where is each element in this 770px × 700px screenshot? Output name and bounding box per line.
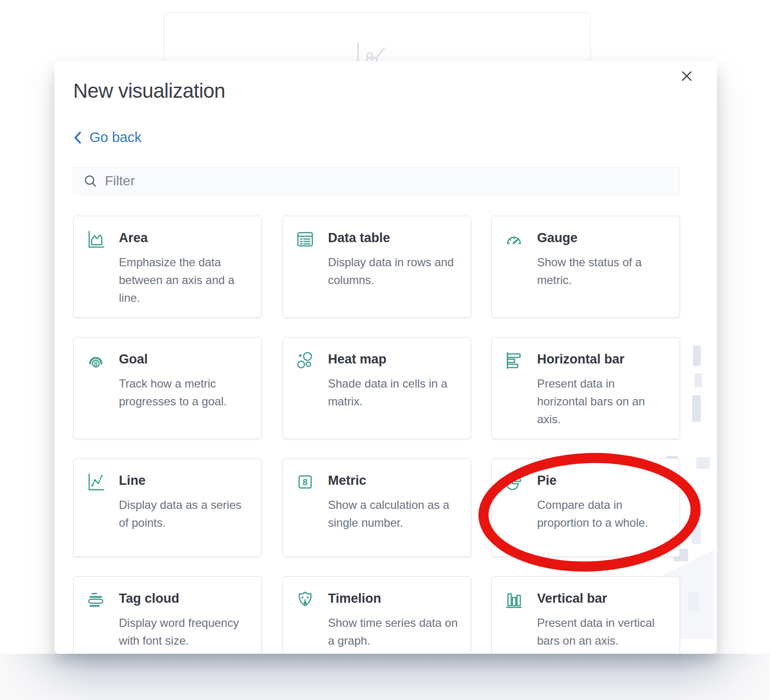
- viz-card-gauge[interactable]: Gauge Show the status of a metric.: [491, 216, 680, 318]
- new-visualization-modal: New visualization Go back: [54, 61, 717, 654]
- card-description: Present data in horizontal bars on an ax…: [537, 375, 667, 428]
- card-description: Emphasize the data between an axis and a…: [119, 253, 249, 307]
- data-table-icon: [295, 230, 315, 251]
- card-title: Pie: [537, 473, 667, 488]
- background-decoration: [694, 373, 702, 388]
- viz-card-goal[interactable]: 8 Goal Track how a metric progresses to …: [73, 337, 262, 439]
- go-back-link[interactable]: Go back: [73, 130, 141, 145]
- filter-input[interactable]: [73, 167, 680, 195]
- viz-card-horizontal-bar[interactable]: Horizontal bar Present data in horizonta…: [491, 337, 680, 439]
- card-title: Heat map: [328, 352, 458, 367]
- vertical-bar-icon: [504, 590, 524, 611]
- close-icon[interactable]: [680, 69, 694, 83]
- card-description: Show a calculation as a single number.: [328, 496, 458, 531]
- viz-card-timelion[interactable]: Timelion Show time series data on a grap…: [282, 576, 471, 654]
- card-description: Shade data in cells in a matrix.: [328, 375, 458, 410]
- card-description: Display data in rows and columns.: [328, 253, 458, 289]
- card-description: Display word frequency with font size.: [119, 614, 249, 649]
- card-title: Gauge: [537, 231, 667, 246]
- card-title: Vertical bar: [537, 591, 667, 606]
- gauge-icon: [504, 230, 524, 251]
- viz-card-pie[interactable]: Pie Compare data in proportion to a whol…: [491, 458, 680, 557]
- svg-text:8: 8: [94, 360, 97, 367]
- svg-text:8: 8: [302, 477, 307, 487]
- card-title: Tag cloud: [119, 591, 249, 606]
- viz-card-line[interactable]: Line Display data as a series of points.: [73, 458, 262, 557]
- horizontal-bar-icon: [504, 351, 524, 372]
- card-description: Compare data in proportion to a whole.: [537, 496, 667, 531]
- card-title: Area: [119, 231, 249, 246]
- card-title: Metric: [328, 473, 458, 488]
- card-title: Goal: [119, 352, 249, 367]
- page-bottom-shade: [0, 654, 770, 700]
- chevron-left-icon: [73, 131, 82, 144]
- card-description: Show time series data on a graph.: [328, 614, 458, 649]
- modal-title: New visualization: [73, 79, 225, 103]
- viz-card-tag-cloud[interactable]: Tag cloud Display word frequency with fo…: [73, 576, 262, 654]
- line-chart-icon: [86, 472, 105, 493]
- card-description: Track how a metric progresses to a goal.: [119, 375, 249, 410]
- filter-field: [73, 167, 680, 195]
- viz-card-metric[interactable]: 8 Metric Show a calculation as a single …: [282, 458, 471, 557]
- metric-icon: 8: [295, 472, 315, 493]
- heat-map-icon: [295, 351, 315, 372]
- viz-card-data-table[interactable]: Data table Display data in rows and colu…: [282, 216, 471, 318]
- background-decoration: [692, 525, 701, 544]
- viz-card-area[interactable]: Area Emphasize the data between an axis …: [73, 216, 262, 318]
- background-decoration: [696, 457, 710, 469]
- card-title: Data table: [328, 231, 458, 246]
- timelion-icon: [295, 590, 315, 611]
- viz-card-vertical-bar[interactable]: Vertical bar Present data in vertical ba…: [491, 576, 680, 654]
- search-icon: [83, 174, 98, 188]
- visualization-type-grid: Area Emphasize the data between an axis …: [73, 216, 680, 654]
- area-chart-icon: [86, 230, 105, 251]
- card-title: Line: [119, 473, 249, 488]
- tag-cloud-icon: [86, 590, 105, 611]
- card-title: Horizontal bar: [537, 352, 667, 367]
- card-description: Display data as a series of points.: [119, 496, 249, 531]
- viz-card-heat-map[interactable]: Heat map Shade data in cells in a matrix…: [282, 337, 471, 439]
- go-back-label: Go back: [90, 130, 141, 145]
- background-decoration: [692, 395, 701, 422]
- card-description: Show the status of a metric.: [537, 253, 667, 289]
- pie-chart-icon: [504, 472, 524, 493]
- goal-icon: 8: [86, 351, 105, 372]
- card-description: Present data in vertical bars on an axis…: [537, 614, 667, 649]
- background-decoration: [693, 346, 701, 366]
- card-title: Timelion: [328, 591, 458, 606]
